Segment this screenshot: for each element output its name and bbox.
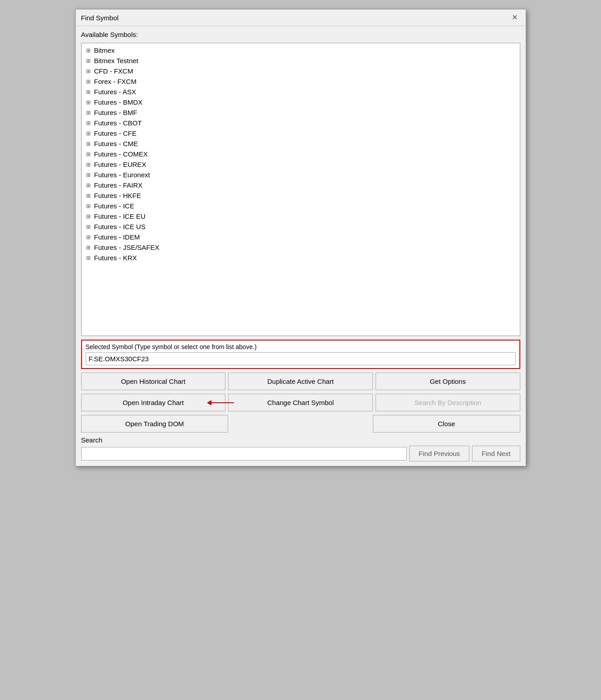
list-item[interactable]: ⊞Futures - CFE xyxy=(82,128,520,138)
expand-icon: ⊞ xyxy=(85,193,92,199)
find-symbol-dialog: Find Symbol ✕ Available Symbols: ⊞Bitmex… xyxy=(75,9,526,466)
list-item[interactable]: ⊞Futures - COMEX xyxy=(82,149,520,159)
list-item-label: Futures - KRX xyxy=(94,254,137,262)
list-item-label: Futures - IDEM xyxy=(94,233,140,241)
expand-icon: ⊞ xyxy=(85,130,92,137)
list-item[interactable]: ⊞Futures - ASX xyxy=(82,87,520,97)
list-item-label: Futures - EUREX xyxy=(94,161,147,168)
expand-icon: ⊞ xyxy=(85,182,92,189)
list-item[interactable]: ⊞Futures - ICE EU xyxy=(82,211,520,221)
title-bar: Find Symbol ✕ xyxy=(76,9,526,26)
selected-symbol-label: Selected Symbol (Type symbol or select o… xyxy=(86,343,516,350)
dialog-title: Find Symbol xyxy=(81,14,119,22)
list-item-label: Futures - ASX xyxy=(94,88,136,96)
list-item-label: Futures - ICE xyxy=(94,202,134,210)
expand-icon: ⊞ xyxy=(85,141,92,147)
expand-icon: ⊞ xyxy=(85,234,92,240)
duplicate-active-chart-button[interactable]: Duplicate Active Chart xyxy=(228,373,373,390)
list-item[interactable]: ⊞Futures - BMF xyxy=(82,107,520,118)
find-previous-button[interactable]: Find Previous xyxy=(409,446,470,461)
list-item-label: Futures - CBOT xyxy=(94,119,142,127)
list-item[interactable]: ⊞Futures - EUREX xyxy=(82,159,520,170)
list-item[interactable]: ⊞Futures - KRX xyxy=(82,253,520,263)
list-item-label: Futures - CME xyxy=(94,140,138,147)
selected-symbol-section: Selected Symbol (Type symbol or select o… xyxy=(81,340,520,369)
list-item-label: Futures - HKFE xyxy=(94,192,141,199)
list-item[interactable]: ⊞Bitmex xyxy=(82,45,520,55)
list-item[interactable]: ⊞Futures - CBOT xyxy=(82,118,520,128)
list-item[interactable]: ⊞Futures - ICE xyxy=(82,201,520,211)
list-item[interactable]: ⊞Futures - FAIRX xyxy=(82,180,520,190)
buttons-row-3: Open Trading DOM Close xyxy=(81,415,520,433)
expand-icon: ⊞ xyxy=(85,172,92,178)
expand-icon: ⊞ xyxy=(85,110,92,116)
symbols-list: ⊞Bitmex⊞Bitmex Testnet⊞CFD - FXCM⊞Forex … xyxy=(82,43,520,265)
expand-icon: ⊞ xyxy=(85,78,92,85)
dialog-body: Available Symbols: ⊞Bitmex⊞Bitmex Testne… xyxy=(76,26,526,466)
list-item-label: CFD - FXCM xyxy=(94,67,133,75)
expand-icon: ⊞ xyxy=(85,47,92,54)
expand-icon: ⊞ xyxy=(85,58,92,64)
symbols-list-container[interactable]: ⊞Bitmex⊞Bitmex Testnet⊞CFD - FXCM⊞Forex … xyxy=(81,43,520,336)
list-item-label: Futures - ICE US xyxy=(94,223,146,230)
list-item-label: Bitmex xyxy=(94,46,115,54)
list-item[interactable]: ⊞Futures - BMDX xyxy=(82,97,520,107)
list-item-label: Futures - COMEX xyxy=(94,150,148,158)
buttons-row-2: Open Intraday Chart Change Chart Symbol … xyxy=(81,394,520,411)
row3-spacer xyxy=(231,415,370,433)
open-historical-chart-button[interactable]: Open Historical Chart xyxy=(81,373,226,390)
open-trading-dom-button[interactable]: Open Trading DOM xyxy=(81,415,229,433)
expand-icon: ⊞ xyxy=(85,68,92,74)
list-item[interactable]: ⊞Futures - Euronext xyxy=(82,170,520,180)
change-chart-symbol-button[interactable]: Change Chart Symbol xyxy=(228,394,373,411)
open-intraday-chart-button[interactable]: Open Intraday Chart xyxy=(81,394,226,411)
list-item-label: Futures - BMDX xyxy=(94,98,143,106)
list-item-label: Forex - FXCM xyxy=(94,78,137,85)
search-section: Search Find Previous Find Next xyxy=(81,436,520,461)
expand-icon: ⊞ xyxy=(85,255,92,261)
expand-icon: ⊞ xyxy=(85,244,92,251)
list-item-label: Bitmex Testnet xyxy=(94,57,138,64)
list-item[interactable]: ⊞Forex - FXCM xyxy=(82,76,520,87)
expand-icon: ⊞ xyxy=(85,151,92,157)
close-icon-button[interactable]: ✕ xyxy=(509,13,520,22)
expand-icon: ⊞ xyxy=(85,213,92,220)
selected-symbol-input[interactable] xyxy=(86,352,516,365)
get-options-button[interactable]: Get Options xyxy=(376,373,520,390)
search-row: Find Previous Find Next xyxy=(81,446,520,461)
expand-icon: ⊞ xyxy=(85,120,92,126)
list-item-label: Futures - FAIRX xyxy=(94,181,143,189)
search-input[interactable] xyxy=(81,447,407,461)
expand-icon: ⊞ xyxy=(85,203,92,209)
list-item[interactable]: ⊞CFD - FXCM xyxy=(82,66,520,76)
list-item-label: Futures - JSE/SAFEX xyxy=(94,244,160,251)
list-item[interactable]: ⊞Futures - IDEM xyxy=(82,232,520,242)
expand-icon: ⊞ xyxy=(85,89,92,95)
list-item-label: Futures - ICE EU xyxy=(94,212,146,220)
find-next-button[interactable]: Find Next xyxy=(472,446,520,461)
list-item[interactable]: ⊞Futures - HKFE xyxy=(82,190,520,201)
available-symbols-label: Available Symbols: xyxy=(81,31,520,38)
list-item-label: Futures - BMF xyxy=(94,109,138,116)
search-label: Search xyxy=(81,436,520,444)
buttons-row-1: Open Historical Chart Duplicate Active C… xyxy=(81,373,520,390)
expand-icon: ⊞ xyxy=(85,161,92,168)
list-item[interactable]: ⊞Futures - ICE US xyxy=(82,221,520,232)
list-item[interactable]: ⊞Bitmex Testnet xyxy=(82,55,520,66)
list-item[interactable]: ⊞Futures - JSE/SAFEX xyxy=(82,242,520,253)
search-by-description-button[interactable]: Search By Description xyxy=(376,394,520,411)
expand-icon: ⊞ xyxy=(85,224,92,230)
list-item-label: Futures - CFE xyxy=(94,129,137,137)
list-item[interactable]: ⊞Futures - CME xyxy=(82,138,520,149)
expand-icon: ⊞ xyxy=(85,99,92,106)
list-item-label: Futures - Euronext xyxy=(94,171,150,179)
close-button[interactable]: Close xyxy=(373,415,520,433)
